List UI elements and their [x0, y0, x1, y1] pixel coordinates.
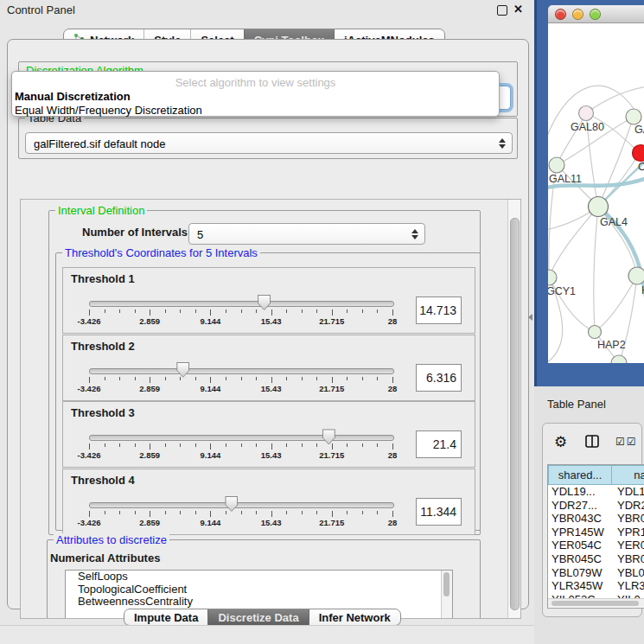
cell-shared-name: YBR043C: [548, 512, 612, 526]
network-node-h[interactable]: [628, 267, 644, 284]
tick-label: 15.43: [261, 384, 282, 393]
table-row[interactable]: YBL079WYBL0: [548, 566, 644, 580]
network-node-gal11[interactable]: [549, 157, 564, 173]
network-node-ga[interactable]: [626, 109, 641, 124]
slider-track[interactable]: [89, 301, 394, 307]
threshold-value-field[interactable]: 14.713: [416, 296, 462, 324]
tick-mark: [241, 443, 242, 447]
network-node-gal4[interactable]: [589, 197, 609, 217]
cell-name: YBR0: [612, 512, 644, 526]
tick-mark: [302, 377, 303, 380]
network-window-titlebar[interactable]: [548, 5, 644, 23]
tick-mark: [271, 309, 272, 316]
tick-mark: [286, 443, 287, 447]
bottom-tab-strip: Impute DataDiscretize DataInfer Network: [124, 609, 401, 626]
attributes-group: Attributes to discretize Numerical Attri…: [47, 539, 481, 619]
slider-thumb[interactable]: [225, 496, 238, 512]
threshold-value-field[interactable]: 6.316: [416, 364, 462, 392]
threshold-slider-panel: Threshold 3-3.4262.8599.14415.4321.71528…: [62, 401, 475, 468]
column-header-shared-name[interactable]: shared...: [548, 465, 612, 485]
tick-mark: [135, 443, 136, 447]
table-row[interactable]: YDR27...YDR2: [548, 499, 644, 513]
tick-mark: [392, 443, 393, 450]
list-item[interactable]: TopologicalCoefficient: [66, 583, 452, 596]
tick-mark: [271, 443, 272, 450]
slider-thumb[interactable]: [176, 362, 189, 378]
table-row[interactable]: YLR345WYLR3: [548, 579, 644, 593]
network-edge[interactable]: [549, 207, 598, 277]
threshold-value-field[interactable]: 21.4: [416, 430, 462, 458]
tick-label: -3.426: [78, 518, 101, 527]
list-item[interactable]: BetweennessCentrality: [66, 596, 452, 609]
table-row[interactable]: YBR045CYBR0: [548, 552, 644, 566]
minimize-traffic-light-icon[interactable]: [572, 9, 583, 20]
split-column-icon[interactable]: [585, 435, 599, 451]
slider-track[interactable]: [89, 435, 394, 441]
tick-mark: [362, 511, 363, 514]
network-edge[interactable]: [595, 276, 637, 332]
cyni-toolbox-panel: Discretization Algorithm Select algorith…: [7, 39, 529, 609]
tick-label: 21.715: [319, 384, 344, 393]
tick-mark: [362, 443, 363, 447]
network-node-c[interactable]: [633, 145, 644, 162]
cell-name: YER0: [612, 539, 644, 552]
tick-label: 15.43: [261, 450, 282, 460]
tick-mark: [377, 511, 378, 514]
table-panel: ⚙ ☑☑ shared... na YDL19...YDL1YDR27...YD…: [542, 423, 642, 617]
tick-mark: [165, 443, 166, 447]
horizontal-scrollbar[interactable]: [548, 598, 644, 607]
column-header-name[interactable]: na: [612, 465, 644, 485]
cell-name: YDL1: [612, 485, 644, 499]
tick-mark: [119, 511, 120, 514]
slider-track[interactable]: [89, 368, 394, 374]
checkbox-icons[interactable]: ☑☑: [615, 436, 638, 448]
popup-option[interactable]: Equal Width/Frequency Discretization: [15, 104, 202, 117]
gear-icon[interactable]: ⚙: [554, 433, 567, 451]
close-icon[interactable]: ✕: [513, 3, 523, 16]
table-row[interactable]: YBR043CYBR0: [548, 512, 644, 526]
table-data-combobox[interactable]: galFiltered.sif default node: [25, 132, 513, 154]
threshold-label: Threshold 1: [71, 272, 135, 285]
network-edge[interactable]: [594, 207, 598, 332]
float-window-icon[interactable]: [497, 5, 507, 16]
zoom-traffic-light-icon[interactable]: [590, 9, 601, 20]
network-node-hap2[interactable]: [589, 326, 602, 339]
tab-discretize-data[interactable]: Discretize Data: [207, 609, 308, 625]
group-title: Attributes to discretize: [54, 533, 169, 546]
vertical-scrollbar[interactable]: [507, 200, 520, 618]
threshold-value-field[interactable]: 11.344: [416, 498, 462, 526]
scrollbar-thumb[interactable]: [552, 601, 639, 606]
tick-mark: [392, 309, 393, 316]
node-attribute-table[interactable]: shared... na YDL19...YDL1YDR27...YDR2YBR…: [547, 464, 644, 609]
network-node-gal80[interactable]: [579, 106, 594, 121]
tab-impute-data[interactable]: Impute Data: [124, 609, 207, 625]
tick-mark: [180, 377, 181, 380]
slider-track[interactable]: [89, 502, 394, 508]
panel-sash-arrow-icon[interactable]: [528, 314, 532, 321]
screenshot-root: Control Panel ✕ NetworkStyleSelectCyni T…: [0, 0, 644, 644]
list-item[interactable]: SelfLoops: [66, 571, 452, 583]
tick-mark: [105, 443, 105, 447]
tick-mark: [256, 511, 257, 514]
tick-mark: [316, 511, 317, 514]
table-row[interactable]: YPR145WYPR1: [548, 526, 644, 539]
popup-option[interactable]: Manual Discretization: [15, 90, 131, 103]
tick-mark: [135, 309, 136, 313]
tab-infer-network[interactable]: Infer Network: [309, 609, 400, 625]
node-label: GAL11: [549, 173, 582, 185]
scrollbar-thumb[interactable]: [510, 218, 520, 610]
table-row[interactable]: YER054CYER0: [548, 539, 644, 552]
tick-mark: [332, 443, 333, 450]
scrollbar-thumb[interactable]: [443, 572, 450, 596]
slider-thumb[interactable]: [258, 295, 271, 310]
network-canvas[interactable]: GAL80GACGAL11GAL4GCY1HHAP2: [548, 23, 644, 363]
tick-mark: [316, 443, 317, 447]
number-of-intervals-combobox[interactable]: 5: [188, 223, 425, 245]
tick-mark: [226, 443, 226, 447]
list-scrollbar[interactable]: [441, 571, 452, 619]
close-traffic-light-icon[interactable]: [555, 9, 566, 20]
network-node-gcy1[interactable]: [548, 270, 557, 285]
table-row[interactable]: YDL19...YDL1: [548, 485, 644, 499]
network-window-frame: GAL80GACGAL11GAL4GCY1HHAP2: [534, 0, 644, 386]
slider-thumb[interactable]: [322, 429, 335, 444]
